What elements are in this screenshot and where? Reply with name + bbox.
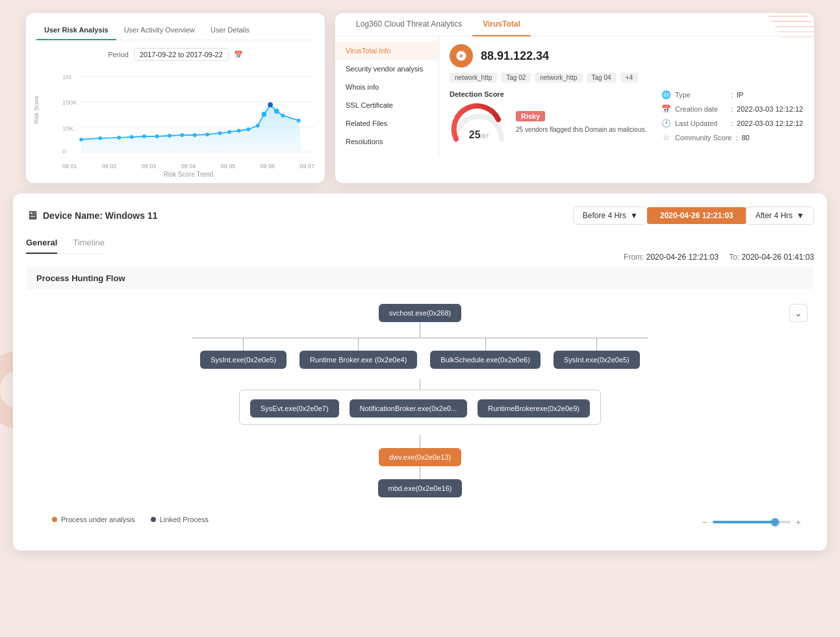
svg-point-16 bbox=[130, 135, 134, 139]
slider-fill bbox=[713, 521, 779, 523]
v-conn-3 bbox=[485, 338, 486, 351]
svg-point-21 bbox=[193, 133, 197, 137]
menu-related-files[interactable]: Related Files bbox=[335, 114, 439, 132]
l1-node-1[interactable]: SysInt.exe(0x2e0e5) bbox=[200, 351, 286, 369]
svg-point-20 bbox=[180, 133, 184, 137]
meta-last-updated: 🕐 Last Updated : 2022-03-03 12:12:12 bbox=[661, 119, 804, 128]
l2-node-3[interactable]: RuntimeBrokerexe(0x2e0e9) bbox=[477, 399, 590, 418]
slider-thumb[interactable] bbox=[771, 518, 779, 526]
meta-community: ☆ Community Score : 80 bbox=[661, 133, 804, 142]
root-node[interactable]: svchost.exe(0x268) bbox=[379, 304, 461, 322]
svg-point-15 bbox=[117, 136, 121, 140]
svg-text:0: 0 bbox=[62, 147, 66, 155]
menu-resolutions[interactable]: Resolutions bbox=[335, 132, 439, 151]
ip-header: 88.91.122.34 bbox=[450, 44, 804, 68]
l2-node-2[interactable]: NotificationBroker.exe(0x2e0... bbox=[350, 399, 468, 418]
x-label-2: 09 02 bbox=[102, 163, 117, 169]
x-label-5: 09 05 bbox=[221, 163, 236, 169]
process-flow-container: ⌄ svchost.exe(0x268) SysInt.exe(0x2e0e5) bbox=[26, 297, 814, 538]
svg-point-30 bbox=[274, 108, 279, 114]
svg-point-19 bbox=[168, 134, 172, 138]
x-label-3: 09 03 bbox=[142, 163, 157, 169]
v-conn-1 bbox=[243, 338, 244, 351]
calendar-icon[interactable]: 📅 bbox=[234, 51, 243, 59]
last-updated-label: Last Updated bbox=[675, 119, 727, 127]
zoom-slider-row: − + bbox=[702, 517, 801, 527]
vt-menu: VirusTotal Info Security vendor analysis… bbox=[335, 36, 439, 156]
deco-lines bbox=[762, 10, 814, 51]
svg-point-24 bbox=[227, 130, 231, 134]
tab-user-risk-analysis[interactable]: User Risk Analysis bbox=[36, 23, 116, 40]
menu-security-vendor[interactable]: Security vendor analysis bbox=[335, 60, 439, 78]
virustotal-panel: Log360 Cloud Threat Analytics VirusTotal… bbox=[335, 13, 814, 183]
tab-user-activity[interactable]: User Activity Overview bbox=[116, 23, 203, 40]
svg-text:1M: 1M bbox=[62, 73, 71, 81]
svg-point-26 bbox=[246, 127, 250, 131]
l1-n2-wrapper: Runtime Broker.exe (0x2e0e4) bbox=[299, 338, 417, 369]
l1-node-2[interactable]: Runtime Broker.exe (0x2e0e4) bbox=[299, 351, 417, 369]
expand-btn[interactable]: ⌄ bbox=[789, 304, 808, 322]
period-input[interactable]: 2017-09-22 to 2017-09-22 bbox=[134, 48, 229, 61]
l2-node-1[interactable]: SysEvt.exe(0x2e0e7) bbox=[250, 399, 339, 418]
gauge: 25/87 bbox=[450, 103, 508, 142]
bottom-row: Process under analysis Linked Process − … bbox=[39, 508, 801, 531]
h-line-1 bbox=[192, 338, 649, 338]
l1-node-4[interactable]: SysInt.exe(0x2e0e5) bbox=[554, 351, 640, 369]
to-value: 2020-04-26 01:41:03 bbox=[742, 253, 814, 262]
risky-badge: Risky bbox=[516, 111, 545, 121]
x-labels: 09 01 09 02 09 03 09 04 09 05 09 06 09 0… bbox=[62, 162, 314, 169]
tab-log360[interactable]: Log360 Cloud Threat Analytics bbox=[346, 13, 472, 36]
linked-node[interactable]: mbd.exe(0x2e0e16) bbox=[378, 479, 463, 497]
type-label: Type bbox=[675, 91, 727, 99]
device-title: 🖥 Device Name: Windows 11 bbox=[26, 209, 158, 223]
star-icon: ☆ bbox=[661, 133, 671, 142]
vt-content: VirusTotal Info Security vendor analysis… bbox=[335, 36, 814, 156]
level1-nodes: SysInt.exe(0x2e0e5) Runtime Broker.exe (… bbox=[200, 338, 640, 369]
globe-icon: 🌐 bbox=[661, 90, 671, 99]
zoom-slider[interactable] bbox=[713, 521, 791, 523]
level2-nodes: SysEvt.exe(0x2e0e7) NotificationBroker.e… bbox=[250, 399, 590, 418]
top-row: User Risk Analysis User Activity Overvie… bbox=[0, 0, 840, 194]
menu-whois-info[interactable]: Whois info bbox=[335, 78, 439, 96]
zoom-minus[interactable]: − bbox=[702, 517, 707, 527]
legend-dot-orange bbox=[52, 517, 57, 522]
tab-virustotal[interactable]: VirusTotal bbox=[472, 13, 531, 36]
monitor-icon: 🖥 bbox=[26, 209, 38, 223]
process-tree: svchost.exe(0x268) SysInt.exe(0x2e0e5) R… bbox=[39, 304, 801, 497]
svg-point-25 bbox=[237, 129, 241, 132]
tab-user-details[interactable]: User Details bbox=[203, 23, 257, 40]
tab-general[interactable]: General bbox=[26, 235, 57, 254]
x-label-1: 09 01 bbox=[62, 163, 77, 169]
legend: Process under analysis Linked Process bbox=[42, 508, 219, 531]
detection-section: Detection Score bbox=[450, 90, 650, 147]
calendar-meta-icon: 📅 bbox=[661, 105, 671, 114]
menu-virustotal-info[interactable]: VirusTotal Info bbox=[335, 42, 439, 60]
content-tabs: General Timeline bbox=[26, 235, 105, 254]
zoom-plus[interactable]: + bbox=[796, 517, 801, 527]
period-row: Period 2017-09-22 to 2017-09-22 📅 bbox=[36, 48, 314, 61]
svg-point-29 bbox=[268, 103, 273, 108]
legend-linked-label: Linked Process bbox=[160, 516, 209, 523]
user-risk-panel: User Risk Analysis User Activity Overvie… bbox=[26, 13, 325, 183]
x-label-6: 09 06 bbox=[261, 163, 275, 169]
after-btn[interactable]: After 4 Hrs ▼ bbox=[746, 206, 814, 225]
tab-timeline[interactable]: Timeline bbox=[73, 235, 105, 254]
after-chevron: ▼ bbox=[796, 211, 804, 220]
l1-node-3[interactable]: BulkSchedule.exe(0x2e0e6) bbox=[430, 351, 541, 369]
gauge-score: 25/87 bbox=[469, 129, 489, 141]
menu-ssl-cert[interactable]: SSL Certificate bbox=[335, 96, 439, 114]
before-btn[interactable]: Before 4 Hrs ▼ bbox=[573, 206, 648, 225]
after-label: After 4 Hrs bbox=[756, 211, 793, 220]
svg-point-22 bbox=[205, 132, 209, 136]
tag-1: network_http bbox=[450, 73, 497, 82]
creation-date-value: 2022-03-03 12:12:12 bbox=[737, 105, 803, 113]
v-conn-4 bbox=[596, 338, 597, 351]
time-range: From: 2020-04-26 12:21:03 To: 2020-04-26… bbox=[624, 253, 814, 262]
x-label-7: 09 07 bbox=[299, 163, 314, 169]
tabs-row: General Timeline From: 2020-04-26 12:21:… bbox=[26, 235, 814, 262]
svg-point-27 bbox=[256, 124, 260, 128]
connector-root bbox=[420, 322, 420, 338]
analysis-node[interactable]: dwv.exe(0x2e0e13) bbox=[379, 448, 461, 466]
svg-point-14 bbox=[98, 136, 102, 140]
svg-text:10K: 10K bbox=[62, 125, 74, 132]
